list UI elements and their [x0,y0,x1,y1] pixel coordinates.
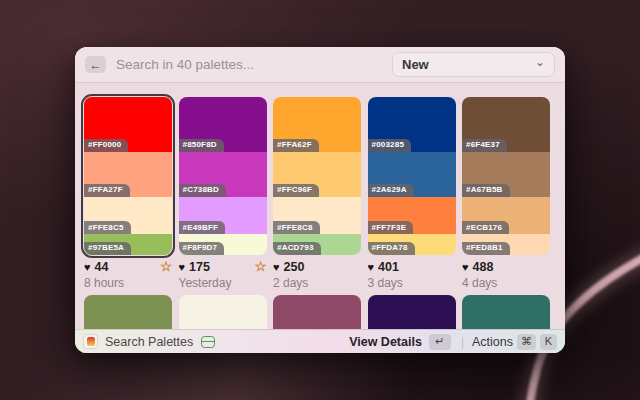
color-stripe: #FF7F3E [368,197,456,235]
color-stripe: #ACD793 [273,234,361,255]
back-button[interactable]: ← [85,56,106,73]
palette-swatch[interactable]: #850F8D#C738BD#E49BFF#F8F9D7 [179,97,267,255]
hex-code-badge: #ECB176 [462,221,509,234]
palette-meta: ♥44☆ [84,260,172,274]
back-arrow-icon: ← [90,59,102,71]
palette-card[interactable]: #FFA62F#FFC96F#FFE8C8#ACD793♥2502 days [273,97,361,290]
heart-icon: ♥ [179,262,186,273]
time-label: 2 days [273,276,361,290]
search-input[interactable]: Search in 40 palettes... [116,57,254,72]
color-stripe: #E49BFF [179,197,267,235]
hex-code-badge: #003285 [368,139,412,152]
sort-dropdown[interactable]: New ⌄ [392,52,555,77]
color-stripe: #F8F9D7 [179,234,267,255]
color-stripe: #2A629A [368,152,456,197]
color-stripe: #FED8B1 [462,234,550,255]
hex-code-badge: #F8F9D7 [179,242,225,255]
sort-dropdown-value: New [402,57,429,72]
palette-meta: ♥488 [462,260,550,274]
hex-code-badge: #850F8D [179,139,224,152]
hex-code-badge: #FFC96F [273,184,319,197]
palette-card[interactable]: #850F8D#C738BD#E49BFF#F8F9D7♥175☆Yesterd… [179,97,267,290]
hex-code-badge: #ACD793 [273,242,321,255]
time-label: 3 days [368,276,456,290]
extension-icon [83,334,98,349]
palette-grid: #FF0000#FFA27F#FFE8C5#97BE5A♥44☆8 hours#… [84,97,556,290]
extension-name: Search Palettes [105,335,193,349]
color-stripe: #003285 [368,97,456,152]
heart-icon: ♥ [84,262,91,273]
color-stripe: #FFE8C8 [273,197,361,235]
command-key-badge: ⌘ [517,334,536,350]
hex-code-badge: #6F4E37 [462,139,507,152]
hex-code-badge: #FFE8C5 [84,221,131,234]
color-stripe: #97BE5A [84,234,172,255]
palette-swatch[interactable]: #6F4E37#A67B5B#ECB176#FED8B1 [462,97,550,255]
like-count: 401 [378,260,399,274]
status-bar: Search Palettes View Details ↵ | Actions… [75,329,565,353]
color-stripe: #FFE8C5 [84,197,172,235]
heart-icon: ♥ [368,262,375,273]
color-stripe: #ECB176 [462,197,550,235]
heart-icon: ♥ [462,262,469,273]
like-count: 175 [189,260,210,274]
palette-card[interactable]: #6F4E37#A67B5B#ECB176#FED8B1♥4884 days [462,97,550,290]
color-stripe: #FFA62F [273,97,361,152]
k-key-badge: K [540,334,557,350]
hex-code-badge: #97BE5A [84,242,131,255]
heart-icon: ♥ [273,262,280,273]
color-stripe: #FFA27F [84,152,172,197]
color-stripe: #C738BD [179,152,267,197]
like-count: 488 [473,260,494,274]
color-stripe: #A67B5B [462,152,550,197]
palette-meta: ♥175☆ [179,260,267,274]
color-stripe: #6F4E37 [462,97,550,152]
hex-code-badge: #E49BFF [179,221,226,234]
star-icon[interactable]: ☆ [160,260,172,274]
like-count: 250 [284,260,305,274]
palette-swatch[interactable]: #FFA62F#FFC96F#FFE8C8#ACD793 [273,97,361,255]
palette-meta: ♥250 [273,260,361,274]
search-header: ← Search in 40 palettes... New ⌄ [75,47,565,83]
footer-divider: | [461,335,464,349]
palette-card[interactable]: #FF0000#FFA27F#FFE8C5#97BE5A♥44☆8 hours [84,97,172,290]
time-label: 8 hours [84,276,172,290]
palette-meta: ♥401 [368,260,456,274]
save-palette-icon [201,336,215,348]
palette-swatch[interactable]: #003285#2A629A#FF7F3E#FFDA78 [368,97,456,255]
hex-code-badge: #FF7F3E [368,221,414,234]
color-stripe: #FF0000 [84,97,172,152]
palette-grid-area: #FF0000#FFA27F#FFE8C5#97BE5A♥44☆8 hours#… [75,83,565,353]
color-stripe: #850F8D [179,97,267,152]
star-icon[interactable]: ☆ [254,260,266,274]
hex-code-badge: #FFA62F [273,139,319,152]
actions-button[interactable]: Actions [472,335,513,349]
color-stripe: #FFDA78 [368,234,456,255]
palette-card[interactable]: #003285#2A629A#FF7F3E#FFDA78♥4013 days [368,97,456,290]
raycast-window: ← Search in 40 palettes... New ⌄ #FF0000… [75,47,565,353]
palette-swatch-selected[interactable]: #FF0000#FFA27F#FFE8C5#97BE5A [84,97,172,255]
time-label: Yesterday [179,276,267,290]
hex-code-badge: #2A629A [368,184,414,197]
hex-code-badge: #FED8B1 [462,242,510,255]
hex-code-badge: #FFE8C8 [273,221,320,234]
hex-code-badge: #FF0000 [84,139,128,152]
chevron-down-icon: ⌄ [535,60,545,65]
hex-code-badge: #FFA27F [84,184,130,197]
hex-code-badge: #C738BD [179,184,227,197]
return-key-badge: ↵ [429,334,451,350]
like-count: 44 [95,260,109,274]
hex-code-badge: #FFDA78 [368,242,415,255]
color-stripe: #FFC96F [273,152,361,197]
hex-code-badge: #A67B5B [462,184,510,197]
view-details-button[interactable]: View Details [349,335,422,349]
time-label: 4 days [462,276,550,290]
